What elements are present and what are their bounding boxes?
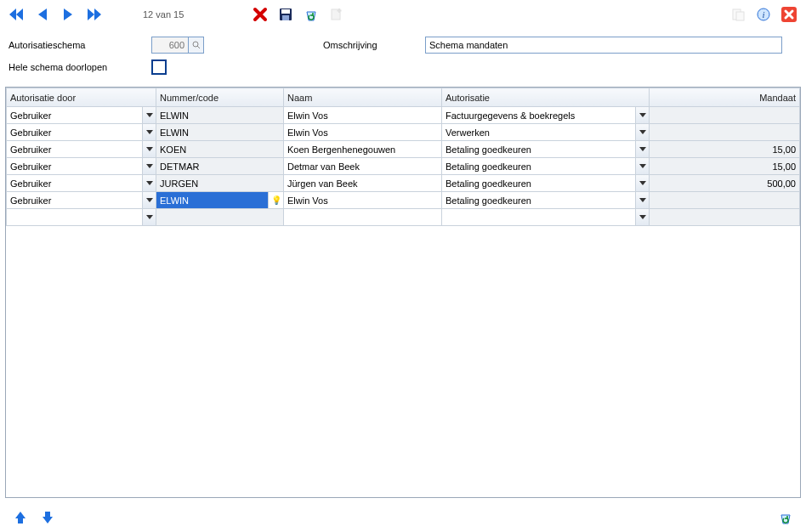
description-label: Omschrijving: [323, 40, 425, 50]
footer-recycle-button[interactable]: [775, 507, 796, 528]
table-row[interactable]: GebruikerELWIN💡Elwin VosBetaling goedkeu…: [7, 192, 800, 209]
cell-name: Elwin Vos: [284, 107, 442, 124]
toolbar: 12 van 15 i: [0, 0, 806, 29]
cell-auth-by[interactable]: Gebruiker: [7, 158, 156, 175]
th-auth-by[interactable]: Autorisatie door: [7, 88, 156, 107]
table-row[interactable]: GebruikerDETMARDetmar van BeekBetaling g…: [7, 158, 800, 175]
role-dropdown-button[interactable]: [635, 175, 649, 191]
cell-auth-by[interactable]: [7, 209, 156, 226]
close-button[interactable]: [779, 4, 799, 25]
th-mandaat[interactable]: Mandaat: [650, 88, 800, 107]
auth-by-dropdown-button[interactable]: [142, 124, 156, 140]
auth-by-dropdown-button[interactable]: [142, 141, 156, 157]
cell-name: Elwin Vos: [284, 124, 442, 141]
record-counter: 12 van 15: [143, 9, 211, 20]
form-area: Autorisatieschema 600 Omschrijving Hele …: [0, 29, 806, 87]
cell-auth-by[interactable]: Gebruiker: [7, 107, 156, 124]
info-button[interactable]: i: [753, 4, 774, 25]
nav-next-button[interactable]: [58, 4, 78, 25]
cell-role[interactable]: [442, 209, 650, 226]
doorlopen-checkbox[interactable]: [151, 59, 167, 75]
cell-mandaat[interactable]: 15,00: [650, 141, 800, 158]
svg-text:i: i: [762, 9, 764, 20]
table-header-row: Autorisatie door Nummer/code Naam Autori…: [7, 88, 800, 107]
auth-by-dropdown-button[interactable]: [142, 107, 156, 123]
cell-code[interactable]: KOEN: [156, 141, 284, 158]
cell-name: Jürgen van Beek: [284, 175, 442, 192]
move-up-button[interactable]: [10, 507, 31, 528]
cell-auth-by[interactable]: Gebruiker: [7, 124, 156, 141]
schema-lookup-button[interactable]: [189, 37, 204, 54]
schema-code-field: 600: [151, 37, 189, 54]
cell-code[interactable]: [156, 209, 284, 226]
cell-role[interactable]: Betaling goedkeuren: [442, 141, 650, 158]
th-code[interactable]: Nummer/code: [156, 88, 284, 107]
table-row[interactable]: GebruikerELWINElwin VosFactuurgegevens &…: [7, 107, 800, 124]
recycle-button[interactable]: [301, 4, 321, 25]
auth-by-dropdown-button[interactable]: [142, 175, 156, 191]
cell-mandaat[interactable]: [650, 124, 800, 141]
cell-code[interactable]: ELWIN: [156, 107, 284, 124]
new-button-disabled: [326, 4, 347, 25]
auth-by-dropdown-button[interactable]: [142, 158, 156, 174]
auth-by-dropdown-button[interactable]: [142, 209, 156, 225]
nav-first-button[interactable]: [7, 4, 27, 25]
table-row-new[interactable]: [7, 209, 800, 226]
move-down-button[interactable]: [37, 507, 58, 528]
role-dropdown-button[interactable]: [635, 124, 649, 140]
cell-code[interactable]: DETMAR: [156, 158, 284, 175]
cell-name: [284, 209, 442, 226]
role-dropdown-button[interactable]: [635, 107, 649, 123]
description-input[interactable]: [425, 37, 782, 54]
role-dropdown-button[interactable]: [635, 209, 649, 225]
footer-toolbar: [0, 503, 806, 532]
cell-mandaat[interactable]: [650, 107, 800, 124]
cell-mandaat[interactable]: [650, 192, 800, 209]
cell-name: Detmar van Beek: [284, 158, 442, 175]
cell-mandaat[interactable]: 500,00: [650, 175, 800, 192]
lookup-bulb-button[interactable]: 💡: [268, 192, 283, 208]
cell-role[interactable]: Factuurgegevens & boekregels: [442, 107, 650, 124]
svg-rect-5: [736, 12, 744, 20]
cell-auth-by[interactable]: Gebruiker: [7, 141, 156, 158]
svg-rect-2: [282, 15, 289, 20]
delete-button[interactable]: [250, 4, 270, 25]
cell-mandaat[interactable]: 15,00: [650, 158, 800, 175]
cell-code[interactable]: ELWIN💡: [156, 192, 284, 209]
cell-code[interactable]: ELWIN: [156, 124, 284, 141]
paste-button-disabled: [728, 4, 748, 25]
svg-rect-1: [281, 9, 290, 14]
role-dropdown-button[interactable]: [635, 141, 649, 157]
cell-role[interactable]: Betaling goedkeuren: [442, 192, 650, 209]
role-dropdown-button[interactable]: [635, 158, 649, 174]
cell-auth-by[interactable]: Gebruiker: [7, 175, 156, 192]
table-row[interactable]: GebruikerELWINElwin VosVerwerken: [7, 124, 800, 141]
cell-name: Elwin Vos: [284, 192, 442, 209]
table-row[interactable]: GebruikerKOENKoen BergenhenegouwenBetali…: [7, 141, 800, 158]
cell-name: Koen Bergenhenegouwen: [284, 141, 442, 158]
nav-prev-button[interactable]: [32, 4, 53, 25]
table-row[interactable]: GebruikerJURGENJürgen van BeekBetaling g…: [7, 175, 800, 192]
th-name[interactable]: Naam: [284, 88, 442, 107]
cell-role[interactable]: Betaling goedkeuren: [442, 158, 650, 175]
auth-by-dropdown-button[interactable]: [142, 192, 156, 208]
cell-role[interactable]: Verwerken: [442, 124, 650, 141]
role-dropdown-button[interactable]: [635, 192, 649, 208]
cell-role[interactable]: Betaling goedkeuren: [442, 175, 650, 192]
schema-label: Autorisatieschema: [9, 40, 151, 50]
save-button[interactable]: [275, 4, 296, 25]
data-grid: Autorisatie door Nummer/code Naam Autori…: [5, 87, 801, 498]
cell-auth-by[interactable]: Gebruiker: [7, 192, 156, 209]
th-role[interactable]: Autorisatie: [442, 88, 650, 107]
cell-mandaat[interactable]: [650, 209, 800, 226]
nav-last-button[interactable]: [83, 4, 104, 25]
doorlopen-label: Hele schema doorlopen: [9, 62, 151, 72]
cell-code[interactable]: JURGEN: [156, 175, 284, 192]
